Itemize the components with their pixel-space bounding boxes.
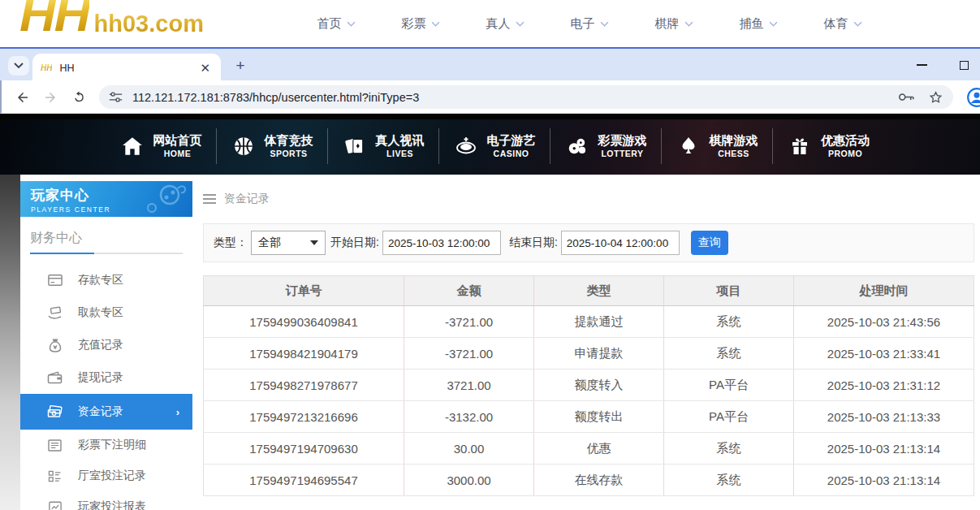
end-date-input[interactable] (561, 231, 680, 255)
col-amount: 金额 (404, 276, 534, 306)
sidebar-item-lottery-bet-details[interactable]: 彩票下注明细 (20, 430, 192, 460)
deposit-card-icon (47, 273, 63, 288)
game-nav-promo[interactable]: 优惠活动 PROMO (773, 128, 884, 164)
sidebar-item-deposit-zone[interactable]: 存款专区 (20, 264, 192, 296)
cell-order-id: 1759497194695547 (204, 465, 404, 496)
money-bag-icon (47, 338, 63, 353)
game-nav-live[interactable]: 真人视讯 LIVES (328, 128, 439, 164)
home-icon (120, 134, 145, 158)
url-text: 112.121.172.181:8783/hhcp/usercenter.htm… (132, 91, 898, 104)
sidebar-item-recharge-records[interactable]: 充值记录 (20, 329, 192, 361)
sidebar-item-withdraw-zone[interactable]: 取款专区 (20, 296, 192, 329)
lottery-balls-icon (565, 134, 589, 158)
sidebar-item-room-bet-records[interactable]: 厅室投注记录 (20, 460, 192, 491)
spade-icon (676, 134, 701, 158)
browser-address-bar: 112.121.172.181:8783/hhcp/usercenter.htm… (0, 80, 980, 114)
password-key-icon[interactable] (898, 92, 915, 102)
wallet-icon (47, 370, 63, 386)
cell-order-id: 1759497194709630 (204, 433, 404, 465)
cell-time: 2025-10-03 21:43:56 (794, 306, 974, 338)
cell-type: 优惠 (534, 433, 664, 465)
chevron-down-icon (347, 21, 356, 27)
section-label: 财务中心 (30, 230, 183, 247)
cell-project: 系统 (664, 338, 794, 370)
forward-button[interactable] (39, 86, 61, 108)
game-nav-lottery[interactable]: 彩票游戏 LOTTERY (550, 128, 662, 164)
site-logo[interactable]: HH hh03.com (19, 0, 204, 39)
table-row: 1759498421904179 -3721.00 申请提款 系统 2025-1… (204, 338, 974, 370)
profile-avatar-icon[interactable] (966, 87, 980, 108)
cell-time: 2025-10-03 21:31:12 (794, 370, 974, 401)
top-nav-fishing[interactable]: 捕鱼 (716, 16, 801, 32)
back-button[interactable] (11, 86, 33, 108)
browser-tab[interactable]: HH HH ✕ (32, 54, 221, 82)
basketball-icon (231, 134, 256, 158)
cell-type: 额度转入 (534, 370, 664, 401)
top-nav-lottery[interactable]: 彩票 (378, 16, 463, 32)
cell-amount: -3721.00 (404, 306, 534, 338)
cell-amount: -3721.00 (404, 338, 534, 370)
chevron-down-icon (684, 21, 693, 27)
cell-project: 系统 (664, 306, 794, 338)
bookmark-star-icon[interactable] (928, 90, 943, 105)
roulette-icon (454, 134, 478, 158)
col-project: 项目 (664, 276, 794, 306)
cell-amount: 30.00 (404, 433, 534, 465)
tab-close-icon[interactable]: ✕ (197, 61, 213, 76)
table-header-row: 订单号 金额 类型 项目 处理时间 (204, 276, 974, 306)
game-nav-chess[interactable]: 棋牌游戏 CHESS (662, 128, 773, 164)
chevron-down-icon (600, 21, 609, 27)
top-nav-chess[interactable]: 棋牌 (632, 16, 716, 32)
top-nav-slots[interactable]: 电子 (547, 16, 632, 32)
url-omnibox[interactable]: 112.121.172.181:8783/hhcp/usercenter.htm… (99, 85, 953, 109)
cell-type: 申请提款 (534, 338, 664, 370)
game-nav-sports[interactable]: 体育竞技 SPORTS (217, 128, 328, 164)
game-nav-bar: 网站首页 HOME 体育竞技 SPORTS 真人视讯 L (0, 114, 980, 175)
browser-tab-strip: HH HH ✕ + (0, 47, 980, 80)
cell-type: 额度转出 (534, 401, 664, 433)
sidebar-item-withdrawal-records[interactable]: 提现记录 (20, 361, 192, 394)
chevron-down-icon (14, 63, 24, 69)
chevron-down-icon (431, 21, 440, 27)
reload-icon (72, 90, 86, 104)
sidebar-section: 财务中心 (20, 217, 192, 254)
reload-button[interactable] (68, 86, 90, 108)
cell-project: 系统 (664, 465, 794, 496)
col-time: 处理时间 (794, 276, 974, 306)
screen: HH hh03.com 首页 彩票 真人 电子 棋牌 (0, 0, 980, 510)
top-nav-live[interactable]: 真人 (463, 16, 547, 32)
sidebar-menu: 存款专区 取款专区 充值记录 (20, 264, 192, 510)
cell-time: 2025-10-03 21:33:41 (794, 338, 974, 370)
breadcrumb: 资金记录 (203, 192, 974, 206)
type-select[interactable]: 全部 (251, 231, 326, 255)
cell-order-id: 1759499036409841 (204, 306, 404, 338)
site-header: HH hh03.com 首页 彩票 真人 电子 棋牌 (0, 0, 980, 47)
fund-records-table: 订单号 金额 类型 项目 处理时间 1759499036409841 -3721… (203, 275, 974, 496)
tab-title: HH (59, 63, 197, 74)
query-button[interactable]: 查询 (691, 231, 728, 255)
tab-search-button[interactable] (8, 56, 29, 76)
new-tab-button[interactable]: + (231, 56, 250, 76)
sidebar-item-player-bet-report[interactable]: 玩家投注报表 (20, 491, 192, 510)
top-nav-home[interactable]: 首页 (294, 16, 378, 32)
start-date-input[interactable] (382, 231, 501, 255)
table-row: 1759497194709630 30.00 优惠 系统 2025-10-03 … (204, 433, 974, 465)
back-arrow-icon (15, 90, 30, 105)
cell-project: PA平台 (664, 401, 794, 433)
top-nav-sports[interactable]: 体育 (801, 16, 885, 32)
cell-amount: 3000.00 (404, 465, 534, 496)
game-nav-casino[interactable]: 电子游艺 CASINO (439, 128, 550, 164)
window-minimize-button[interactable] (909, 54, 934, 76)
menu-toggle-icon[interactable] (203, 194, 216, 204)
section-underline (30, 253, 183, 254)
col-order-id: 订单号 (204, 276, 404, 306)
logo-hh-text: HH (19, 0, 89, 39)
sidebar-header: 玩家中心 PLAYERS CENTER (20, 181, 192, 217)
game-nav-home[interactable]: 网站首页 HOME (106, 128, 217, 164)
cell-project: 系统 (664, 433, 794, 465)
sidebar-item-fund-records[interactable]: 资金记录 › (20, 394, 192, 430)
col-type: 类型 (534, 276, 664, 306)
window-maximize-button[interactable] (952, 54, 976, 76)
page-body: 玩家中心 PLAYERS CENTER 财务中心 存款专区 (0, 175, 980, 510)
hand-money-icon (47, 305, 63, 321)
